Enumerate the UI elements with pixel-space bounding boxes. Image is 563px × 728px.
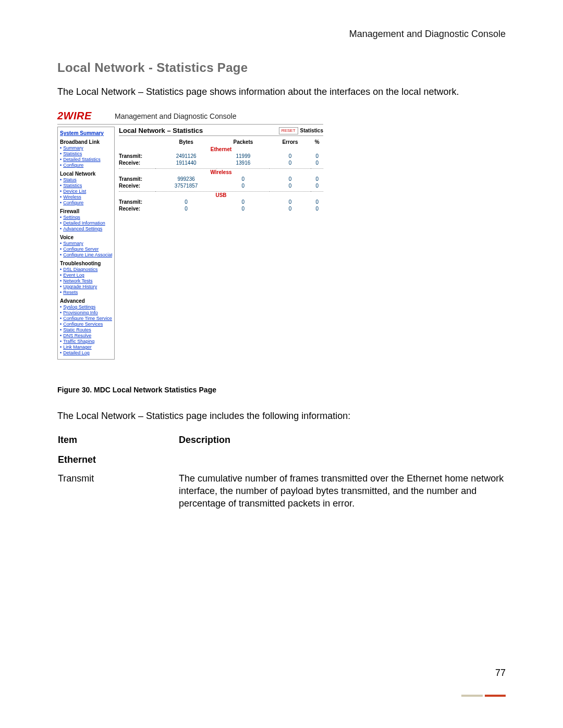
statistics-table: Bytes Packets Errors % Ethernet Transmit… [119,138,323,212]
sidebar-item[interactable]: Configure Services [60,322,112,327]
cell: 999236 [155,176,217,182]
info-item: Transmit [57,472,178,515]
sidebar-group-advanced: Advanced [60,298,112,304]
sidebar-item[interactable]: Event Log [60,273,112,278]
sidebar-group-broadband: Broadband Link [60,139,112,145]
cell: 0 [311,159,323,166]
cell: 0 [270,182,311,189]
cell: 1911440 [155,159,217,166]
sidebar-item[interactable]: Advanced Settings [60,226,112,231]
cell: 0 [155,205,217,212]
cell: 0 [270,159,311,166]
col-percent: % [311,138,323,146]
sidebar-item[interactable]: Device List [60,189,112,194]
cell: 0 [311,182,323,189]
cell: 0 [270,153,311,159]
post-paragraph: The Local Network – Statistics page incl… [57,410,506,423]
sidebar-item[interactable]: Status [60,177,112,182]
section-heading: Local Network - Statistics Page [57,60,506,75]
sidebar-item[interactable]: Configure [60,200,112,205]
info-table: Item Description Ethernet Transmit The c… [57,434,506,515]
info-head-item: Item [57,434,178,453]
sidebar-item[interactable]: Statistics [60,151,112,156]
sidebar-group-firewall: Firewall [60,208,112,214]
sidebar-item[interactable]: Configure Time Services [60,316,112,321]
cell: 37571857 [155,182,217,189]
intro-paragraph: The Local Network – Statistics page show… [57,85,506,98]
sidebar-item[interactable]: Detailed Log [60,350,112,355]
sidebar-item[interactable]: Configure Server [60,246,112,252]
sidebar-item[interactable]: Provisioning Info [60,310,112,315]
cell: 13916 [217,159,269,166]
row-label: Receive: [119,205,155,212]
row-label: Receive: [119,182,155,189]
sidebar-item[interactable]: DNS Resolve [60,333,112,338]
cell: 0 [217,199,269,205]
sidebar-item[interactable]: Static Routes [60,327,112,332]
reset-button[interactable]: RESET [279,127,298,134]
panel-title: Local Network – Statistics [119,127,203,134]
sidebar-item[interactable]: Settings [60,215,112,220]
row-label: Transmit: [119,199,155,205]
cell: 0 [217,176,269,182]
cell: 0 [311,153,323,159]
sidebar-group-voice: Voice [60,235,112,240]
col-packets: Packets [217,138,269,146]
cell: 0 [217,205,269,212]
cell: 0 [311,176,323,182]
row-label: Receive: [119,159,155,166]
sidebar-item[interactable]: Syslog Settings [60,304,112,310]
sidebar-item[interactable]: Wireless [60,194,112,200]
sidebar-item[interactable]: Resets [60,290,112,295]
cell: 0 [270,199,311,205]
info-description: The cumulative number of frames transmit… [178,472,506,515]
info-head-desc: Description [178,434,506,453]
sidebar-item[interactable]: Configure Line Association [60,252,112,257]
cell: 0 [311,205,323,212]
info-section: Ethernet [57,453,178,471]
sidebar-item-system-summary[interactable]: System Summary [60,130,112,136]
sidebar-item[interactable]: Statistics [60,183,112,188]
brand-logo: 2WIRE [57,110,115,122]
cell: 0 [155,199,217,205]
iface-ethernet: Ethernet [119,146,323,153]
console-title: Management and Diagnostic Console [115,112,236,120]
sidebar-item[interactable]: Detailed Information [60,220,112,226]
chapter-header: Management and Diagnostic Console [57,29,506,40]
cell: 2491126 [155,153,217,159]
row-label: Transmit: [119,176,155,182]
sidebar-nav: System Summary Broadband Link Summary St… [57,127,115,360]
embedded-console: 2WIRE Management and Diagnostic Console … [57,110,323,360]
cell: 0 [311,199,323,205]
iface-usb: USB [119,192,323,199]
figure-caption: Figure 30. MDC Local Network Statistics … [57,386,506,394]
cell: 0 [270,176,311,182]
sidebar-item[interactable]: Upgrade History [60,284,112,289]
sidebar-item[interactable]: Traffic Shaping [60,339,112,344]
sidebar-item[interactable]: Summary [60,241,112,246]
panel-right-label: Statistics [300,128,323,133]
sidebar-item[interactable]: Configure [60,163,112,168]
page-number: 77 [495,668,506,678]
sidebar-group-localnetwork: Local Network [60,171,112,177]
cell: 11999 [217,153,269,159]
cell: 0 [270,205,311,212]
row-label: Transmit: [119,153,155,159]
col-bytes: Bytes [155,138,217,146]
sidebar-item[interactable]: Summary [60,145,112,151]
cell: 0 [217,182,269,189]
sidebar-group-troubleshooting: Troubleshooting [60,261,112,266]
sidebar-item[interactable]: Detailed Statistics [60,157,112,162]
col-errors: Errors [270,138,311,146]
sidebar-item[interactable]: DSL Diagnostics [60,267,112,272]
iface-wireless: Wireless [119,169,323,176]
sidebar-item[interactable]: Network Tests [60,278,112,283]
footer-accent-bar [461,695,506,697]
sidebar-item[interactable]: Link Manager [60,344,112,350]
